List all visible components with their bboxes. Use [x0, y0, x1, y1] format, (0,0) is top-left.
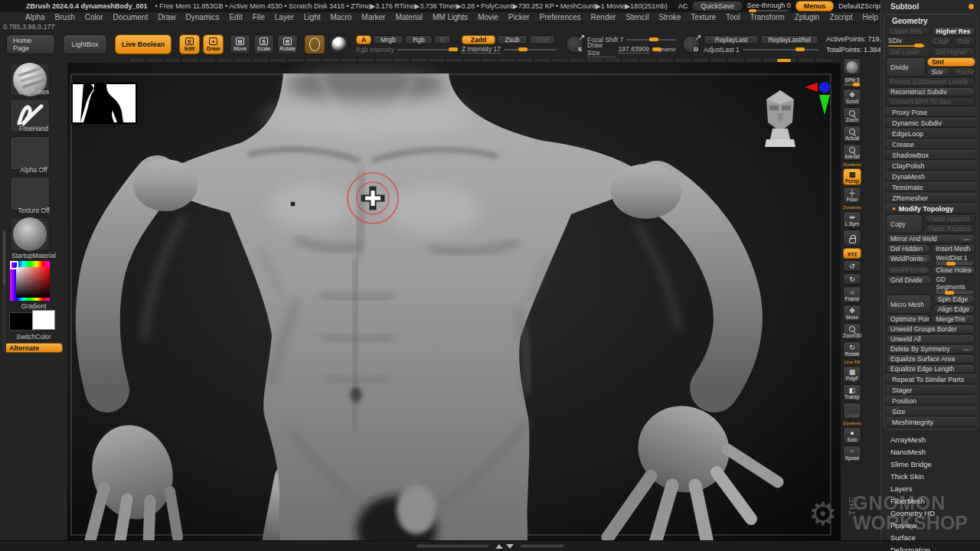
main-color-swatch[interactable] — [9, 312, 35, 331]
menu-item[interactable]: Movie — [478, 13, 498, 21]
menu-item[interactable]: Tool — [726, 13, 740, 21]
weld-points-button[interactable]: WeldPoints◎ — [886, 254, 933, 263]
replay-last-button[interactable]: ReplayLast — [704, 35, 759, 44]
zcut-button[interactable]: Zcut — [529, 35, 555, 44]
subtool-palette-header[interactable]: Subtool — [890, 2, 919, 11]
zoom3d-button[interactable]: Zoom3D — [843, 323, 861, 340]
left-tray-scrollbar[interactable] — [2, 230, 6, 352]
move-button[interactable]: MMove — [230, 34, 250, 54]
palette-section[interactable]: Tessimate — [886, 182, 975, 192]
zadd-button[interactable]: Zadd — [462, 35, 495, 44]
mesh-from-brush-button[interactable]: MeshFromBrush — [886, 266, 930, 275]
weld-dist-slider[interactable]: WeldDist 1 — [934, 254, 976, 265]
palette-section[interactable]: DynaMesh — [886, 171, 975, 181]
micro-mesh-button[interactable]: Micro Mesh — [886, 295, 932, 314]
menu-item[interactable]: Edit — [229, 13, 242, 21]
palette-section[interactable]: Layers — [881, 482, 980, 494]
zoom-button[interactable]: Zoom — [843, 107, 861, 124]
current-material-button[interactable] — [328, 34, 350, 54]
higher-res-button[interactable]: Higher Res — [932, 27, 976, 36]
m-button[interactable]: M — [434, 35, 451, 44]
z-intensity-slider[interactable]: Z Intensity 17 — [462, 45, 557, 54]
xyz-button[interactable]: XYZ — [843, 248, 861, 259]
palette-section[interactable]: Stager — [886, 385, 975, 395]
menu-item[interactable]: Marker — [361, 13, 385, 21]
bottom-scrollbar-left[interactable] — [416, 544, 489, 548]
palette-section[interactable]: Thick Skin — [881, 470, 980, 482]
undo-rotate-button[interactable]: ↺ — [843, 260, 861, 272]
tray-up-icon[interactable] — [495, 544, 503, 549]
draw-size-slider[interactable]: Draw Size197.63909Dynamic — [587, 45, 676, 54]
palette-section[interactable]: Repeat To Similar Parts — [886, 374, 975, 384]
ghost-button[interactable]: ◌Ghost — [843, 403, 861, 419]
polyframe-button[interactable]: ▦PolyF — [843, 366, 861, 383]
menu-item[interactable]: Alpha — [25, 13, 45, 21]
live-boolean-button[interactable]: Live Boolean — [115, 34, 172, 54]
actual-button[interactable]: Actual — [843, 126, 861, 142]
size-dial-icon[interactable]: ↗S — [566, 35, 584, 54]
dynamic-dial-icon[interactable]: ↗D — [682, 35, 701, 54]
menu-item[interactable]: Stencil — [626, 13, 648, 21]
reuv-button[interactable]: ReUV — [952, 67, 975, 77]
menu-item[interactable]: Document — [113, 13, 149, 21]
quicksave-button[interactable]: QuickSave — [692, 1, 743, 11]
menu-item[interactable]: Light — [304, 13, 321, 21]
solo-button[interactable]: ●Solo — [843, 427, 861, 444]
copy-button[interactable]: Copy — [886, 214, 923, 233]
equalize-edge-length-button[interactable]: Equalize Edge Length — [886, 364, 975, 373]
aahalf-button[interactable]: AAHalf — [843, 144, 861, 161]
move-3d-button[interactable]: ✥Move — [843, 305, 861, 321]
palette-section[interactable]: Proxy Pose — [886, 107, 975, 117]
palette-section[interactable]: NanoMesh — [881, 445, 980, 458]
axis-toggle-icons[interactable]: ▪▾▪ — [963, 236, 971, 242]
home-page-button[interactable]: Home Page — [6, 34, 55, 54]
rotate-3d-button[interactable]: ↻Rotate — [843, 341, 861, 358]
geometry-title[interactable]: Geometry — [886, 16, 975, 27]
grid-divide-button[interactable]: Grid Divide — [886, 276, 933, 285]
smt-button[interactable]: Smt — [927, 57, 975, 67]
texture-slot-thumb[interactable] — [10, 177, 50, 210]
menu-item[interactable]: Zscript — [829, 13, 852, 21]
alternate-button[interactable]: Alternate — [5, 343, 63, 353]
menus-button[interactable]: Menus — [795, 1, 835, 11]
secondary-color-swatch[interactable] — [32, 310, 55, 330]
adjust-last-slider[interactable]: AdjustLast 1 — [704, 45, 818, 54]
menu-item[interactable]: Texture — [691, 13, 716, 21]
paste-replace-button[interactable]: Paste Replace — [924, 224, 975, 233]
menu-item[interactable]: Transform — [750, 13, 784, 21]
bottom-scrollbar-right[interactable] — [520, 544, 564, 548]
delete-by-symmetry-button[interactable]: Delete By Symmetry▪▾▪ — [886, 344, 975, 354]
freeze-subdivision-button[interactable]: Freeze SubDivision Levels — [886, 77, 975, 86]
xpose-button[interactable]: ⁘Xpose — [843, 445, 861, 462]
unweld-all-button[interactable]: Unweld All — [886, 334, 975, 344]
menu-item[interactable]: Preferences — [540, 13, 581, 21]
document-preview-thumbnail[interactable] — [71, 83, 137, 124]
del-higher-button[interactable]: Del Higher — [932, 47, 976, 57]
palette-section[interactable]: ClayPolish — [886, 161, 975, 171]
lock-camera-button[interactable] — [843, 230, 861, 246]
persp-button[interactable]: ▤Persp — [843, 168, 861, 185]
tray-down-icon[interactable] — [506, 544, 514, 549]
menu-item[interactable]: Color — [85, 13, 103, 21]
draw-button[interactable]: +Draw — [203, 34, 224, 54]
local-symmetry-button[interactable]: ⇹L.Sym — [843, 211, 861, 228]
sdiv-slider[interactable]: SDiv — [886, 37, 927, 47]
rgb-intensity-slider[interactable]: Rgb Intensity — [356, 45, 456, 54]
menu-item[interactable]: File — [253, 13, 265, 21]
menu-item[interactable]: Draw — [158, 13, 175, 21]
close-holes-option-icon[interactable]: ▪ — [971, 268, 973, 272]
palette-section[interactable]: MeshIntegrity — [886, 417, 975, 427]
color-picker[interactable] — [10, 261, 50, 301]
scale-button[interactable]: SScale — [253, 34, 274, 54]
palette-section[interactable]: Position — [886, 396, 975, 406]
palette-section[interactable]: Dynamic Subdiv — [886, 118, 975, 128]
menu-item[interactable]: MM Lights — [433, 13, 468, 21]
menu-item[interactable]: Material — [395, 13, 423, 21]
paste-append-button[interactable]: Paste Append — [924, 214, 975, 223]
transp-button[interactable]: ◧Transp — [843, 384, 861, 401]
switch-color-swatches[interactable] — [9, 312, 55, 331]
menu-item[interactable]: Dynamics — [186, 13, 220, 21]
zsub-button[interactable]: Zsub — [497, 35, 528, 44]
scroll-button[interactable]: ✥Scroll — [843, 89, 861, 106]
menu-item[interactable]: Layer — [275, 13, 294, 21]
